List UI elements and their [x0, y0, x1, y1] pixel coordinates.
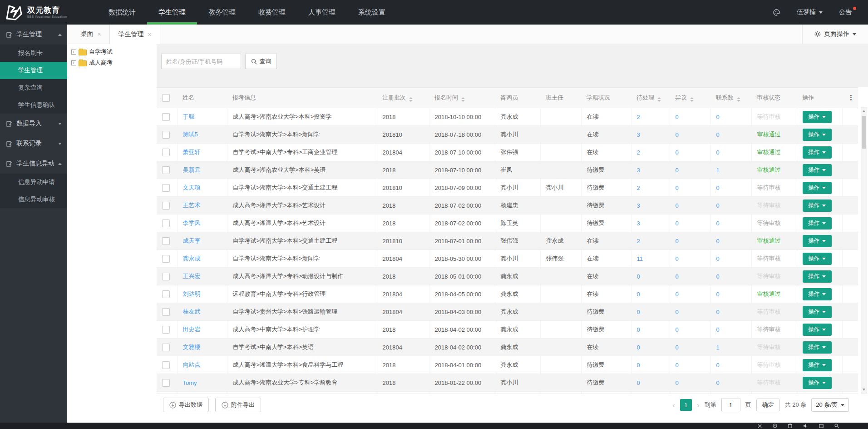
- cell-pending[interactable]: 2: [631, 108, 670, 126]
- cell-pending[interactable]: 3: [631, 197, 670, 214]
- sort-icon[interactable]: [409, 97, 413, 102]
- cell-contacts[interactable]: 0: [710, 197, 751, 214]
- cell-dispute[interactable]: 0: [670, 356, 710, 374]
- sort-icon[interactable]: [461, 97, 465, 102]
- tree-node-adult-exam[interactable]: +成人高考: [67, 57, 157, 68]
- row-action-button[interactable]: 操作: [803, 253, 832, 265]
- export-data-button[interactable]: 导出数据: [163, 398, 209, 412]
- cell-pending[interactable]: 3: [631, 161, 670, 179]
- cell-name[interactable]: 龚永成: [177, 250, 227, 268]
- column-header-name[interactable]: 姓名: [177, 88, 227, 108]
- row-action-button[interactable]: 操作: [803, 146, 832, 159]
- brand-logo[interactable]: 双元教育 BBS Vocational Education: [0, 3, 91, 21]
- row-action-button[interactable]: 操作: [803, 359, 832, 371]
- row-action-button[interactable]: 操作: [803, 164, 832, 176]
- row-action-button[interactable]: 操作: [803, 182, 832, 194]
- row-checkbox[interactable]: [162, 308, 170, 316]
- row-checkbox[interactable]: [162, 255, 170, 263]
- cell-name[interactable]: Tomy: [177, 374, 227, 392]
- cell-name[interactable]: 测试5: [177, 126, 227, 144]
- cell-dispute[interactable]: 0: [670, 321, 710, 339]
- cell-dispute[interactable]: 0: [670, 268, 710, 285]
- select-all-checkbox[interactable]: [162, 94, 170, 102]
- column-header-status[interactable]: 学籍状况: [581, 88, 631, 108]
- cell-contacts[interactable]: 0: [710, 268, 751, 285]
- row-checkbox[interactable]: [162, 344, 170, 351]
- sort-icon[interactable]: [657, 97, 661, 102]
- cell-pending[interactable]: 0: [631, 374, 670, 392]
- cell-name[interactable]: 文雅楼: [177, 339, 227, 356]
- nav-item-fee-mgmt[interactable]: 收费管理: [247, 0, 297, 25]
- ime-icon[interactable]: [758, 424, 762, 428]
- status-circle-icon[interactable]: [773, 424, 777, 428]
- cell-dispute[interactable]: 0: [670, 197, 710, 214]
- row-checkbox[interactable]: [162, 273, 170, 280]
- goto-page-input[interactable]: [721, 399, 740, 411]
- column-header-pending[interactable]: 待处理: [631, 88, 670, 108]
- nav-item-data-stats[interactable]: 数据统计: [97, 0, 147, 25]
- cell-name[interactable]: 王兴宏: [177, 268, 227, 285]
- cell-name[interactable]: 田史岩: [177, 321, 227, 339]
- cell-dispute[interactable]: 0: [670, 285, 710, 303]
- nav-item-system-settings[interactable]: 系统设置: [347, 0, 397, 25]
- cell-pending[interactable]: 2: [631, 232, 670, 250]
- cell-contacts[interactable]: 1: [710, 161, 751, 179]
- nav-item-academic-mgmt[interactable]: 教务管理: [197, 0, 247, 25]
- column-header-audit[interactable]: 审核状态: [751, 88, 797, 108]
- cell-dispute[interactable]: 0: [670, 339, 710, 356]
- next-page-icon[interactable]: ›: [697, 401, 700, 409]
- column-header-consultant[interactable]: 咨询员: [495, 88, 540, 108]
- column-header-batch[interactable]: 注册批次: [377, 88, 429, 108]
- nav-item-hr-mgmt[interactable]: 人事管理: [297, 0, 347, 25]
- cell-contacts[interactable]: 0: [710, 232, 751, 250]
- row-action-button[interactable]: 操作: [803, 377, 832, 389]
- row-action-button[interactable]: 操作: [803, 217, 832, 229]
- cell-pending[interactable]: 0: [631, 356, 670, 374]
- confirm-button[interactable]: 确定: [756, 399, 780, 411]
- row-checkbox[interactable]: [162, 379, 170, 387]
- sort-icon[interactable]: [737, 97, 740, 102]
- cell-name[interactable]: 王艺术: [177, 197, 227, 214]
- vertical-scrollbar[interactable]: [861, 107, 867, 394]
- cell-dispute[interactable]: 0: [670, 232, 710, 250]
- cell-pending[interactable]: 0: [631, 321, 670, 339]
- cell-name[interactable]: 萧亚轩: [177, 144, 227, 161]
- cell-pending[interactable]: 3: [631, 214, 670, 232]
- row-action-button[interactable]: 操作: [803, 111, 832, 123]
- cell-dispute[interactable]: 0: [670, 126, 710, 144]
- export-attachment-button[interactable]: 附件导出: [215, 398, 261, 412]
- row-checkbox[interactable]: [162, 131, 170, 139]
- cell-contacts[interactable]: 0: [710, 108, 751, 126]
- column-header-dispute[interactable]: 异议: [670, 88, 710, 108]
- row-checkbox[interactable]: [162, 219, 170, 227]
- scroll-down-button[interactable]: [861, 386, 867, 393]
- sidebar-item-student-info-confirm[interactable]: 学生信息确认: [0, 96, 67, 114]
- row-checkbox[interactable]: [162, 290, 170, 298]
- cell-name[interactable]: 李学风: [177, 214, 227, 232]
- cell-dispute[interactable]: 0: [670, 179, 710, 197]
- cell-contacts[interactable]: 0: [710, 374, 751, 392]
- sidebar-section-student-mgmt[interactable]: 学生管理: [0, 25, 67, 45]
- user-menu[interactable]: 伍梦楠: [797, 8, 823, 16]
- scroll-up-button[interactable]: [861, 108, 867, 115]
- sidebar-section-student-info-change[interactable]: 学生信息异动: [0, 154, 67, 174]
- column-header-action[interactable]: 操作: [797, 88, 842, 108]
- tree-expand-icon[interactable]: +: [71, 50, 76, 55]
- search-input[interactable]: [161, 54, 241, 69]
- cell-name[interactable]: 桂友武: [177, 303, 227, 321]
- column-header-info[interactable]: 报考信息: [227, 88, 377, 108]
- cell-dispute[interactable]: 0: [670, 374, 710, 392]
- row-checkbox[interactable]: [162, 113, 170, 121]
- cell-pending[interactable]: 0: [631, 268, 670, 285]
- row-checkbox[interactable]: [162, 326, 170, 334]
- page-size-select[interactable]: 20 条/页: [811, 398, 849, 412]
- cell-pending[interactable]: 0: [631, 303, 670, 321]
- row-action-button[interactable]: 操作: [803, 235, 832, 247]
- cell-contacts[interactable]: 0: [710, 144, 751, 161]
- row-checkbox[interactable]: [162, 149, 170, 156]
- cell-name[interactable]: 文天项: [177, 179, 227, 197]
- nav-item-student-mgmt[interactable]: 学生管理: [147, 0, 197, 25]
- column-header-contacts[interactable]: 联系数: [710, 88, 751, 108]
- cell-pending[interactable]: 0: [631, 339, 670, 356]
- theme-palette-icon[interactable]: [773, 9, 780, 16]
